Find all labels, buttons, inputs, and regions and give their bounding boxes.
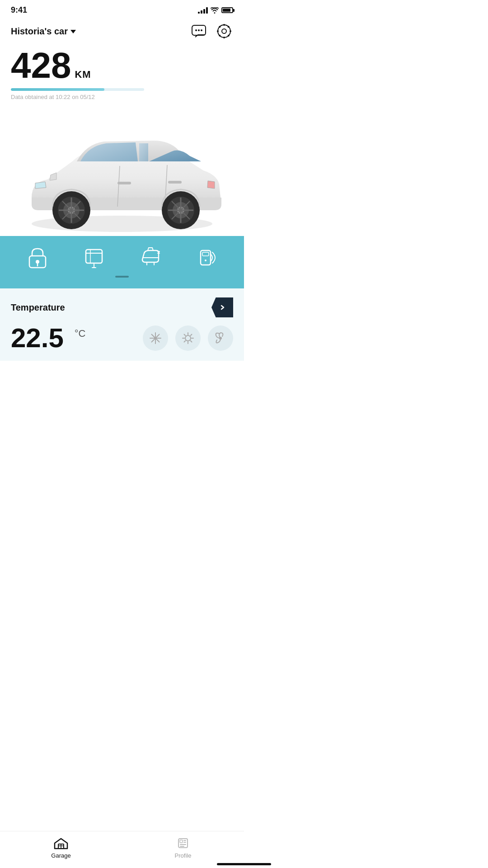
svg-rect-34 <box>168 181 182 184</box>
lock-button[interactable] <box>9 245 66 270</box>
window-icon <box>81 245 107 270</box>
svg-point-10 <box>219 26 221 28</box>
range-bar-fill <box>11 88 104 91</box>
range-section: 428 KM Data obtained at 10:22 on 05/12 <box>0 46 244 100</box>
svg-point-6 <box>223 24 225 26</box>
svg-rect-40 <box>202 252 209 256</box>
svg-point-1 <box>195 29 197 31</box>
temp-title: Temperature <box>11 302 65 313</box>
temp-value: 22.5 <box>11 325 64 352</box>
range-display: 428 KM <box>11 47 233 84</box>
trunk-button[interactable] <box>122 245 178 270</box>
temp-expand-button[interactable] <box>211 297 233 317</box>
svg-point-9 <box>230 30 231 32</box>
car-image <box>0 100 244 236</box>
range-timestamp: Data obtained at 10:22 on 05/12 <box>11 94 233 100</box>
header-actions <box>190 22 233 40</box>
svg-point-43 <box>185 335 191 341</box>
svg-rect-39 <box>201 250 211 265</box>
car-visualization <box>0 105 244 236</box>
svg-point-8 <box>217 30 219 32</box>
range-bar <box>11 88 144 91</box>
dropdown-arrow-icon <box>70 30 76 33</box>
status-bar: 9:41 <box>0 0 244 19</box>
remote-button[interactable] <box>178 245 235 270</box>
settings-button[interactable] <box>215 22 233 40</box>
battery-icon <box>221 7 233 13</box>
svg-point-41 <box>205 259 206 261</box>
temp-header: Temperature <box>11 297 233 317</box>
control-buttons <box>0 245 244 270</box>
cool-mode-button[interactable] <box>143 326 168 351</box>
lock-icon <box>25 245 50 270</box>
car-selector[interactable]: Historia's car <box>11 26 76 37</box>
temp-mode-buttons <box>143 326 233 351</box>
status-time: 9:41 <box>11 5 27 15</box>
svg-point-42 <box>154 337 157 340</box>
range-unit: KM <box>75 69 91 80</box>
svg-point-2 <box>198 29 200 31</box>
vent-mode-button[interactable] <box>208 326 233 351</box>
svg-rect-38 <box>86 250 102 263</box>
svg-point-7 <box>223 37 225 38</box>
heat-mode-button[interactable] <box>175 326 201 351</box>
remote-icon <box>194 245 220 270</box>
range-value: 428 <box>11 47 71 84</box>
message-button[interactable] <box>190 22 208 40</box>
svg-point-5 <box>222 29 226 33</box>
status-icons <box>198 7 233 14</box>
svg-point-44 <box>219 337 222 340</box>
temp-value-row: 22.5 °C <box>11 325 233 352</box>
signal-icon <box>198 7 208 14</box>
car-title: Historia's car <box>11 26 68 37</box>
svg-point-11 <box>228 35 230 37</box>
header: Historia's car <box>0 19 244 46</box>
control-panel <box>0 236 244 288</box>
panel-indicator <box>115 276 129 278</box>
trunk-icon <box>138 245 163 270</box>
wifi-icon <box>211 7 219 14</box>
temp-unit: °C <box>75 328 86 340</box>
window-button[interactable] <box>66 245 122 270</box>
svg-point-12 <box>228 26 230 28</box>
temperature-section: Temperature 22.5 °C <box>0 288 244 361</box>
svg-point-13 <box>219 35 221 37</box>
svg-rect-33 <box>117 182 131 184</box>
svg-point-3 <box>201 29 202 31</box>
